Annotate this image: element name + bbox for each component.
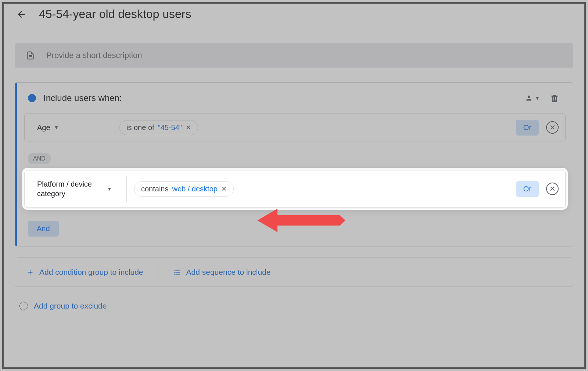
- remove-condition-button[interactable]: ✕: [546, 121, 559, 134]
- dimension-label: Age: [37, 123, 50, 132]
- caret-down-icon: ▼: [54, 125, 59, 130]
- caret-down-icon: ▼: [107, 186, 112, 192]
- chip-value: "45-54": [158, 123, 182, 132]
- chip-remove-icon[interactable]: ✕: [186, 123, 191, 132]
- chip-operator: is one of: [126, 123, 154, 132]
- condition-row-age: Age ▼ is one of "45-54" ✕ Or ✕: [24, 114, 566, 141]
- dimension-selector-platform[interactable]: Platform / device category ▼: [31, 176, 127, 202]
- filter-chip-platform[interactable]: contains web / desktop ✕: [134, 181, 234, 197]
- dimension-selector-age[interactable]: Age ▼: [31, 119, 112, 136]
- condition-row-platform: Platform / device category ▼ contains we…: [24, 170, 566, 208]
- dimension-label: Platform / device category: [37, 179, 103, 198]
- chip-operator: contains: [141, 185, 169, 193]
- filter-chip-age[interactable]: is one of "45-54" ✕: [119, 120, 198, 135]
- remove-condition-button[interactable]: ✕: [546, 183, 559, 195]
- chip-remove-icon[interactable]: ✕: [221, 185, 227, 193]
- or-button[interactable]: Or: [516, 120, 539, 136]
- chip-value: web / desktop: [172, 185, 218, 193]
- or-button[interactable]: Or: [516, 181, 539, 197]
